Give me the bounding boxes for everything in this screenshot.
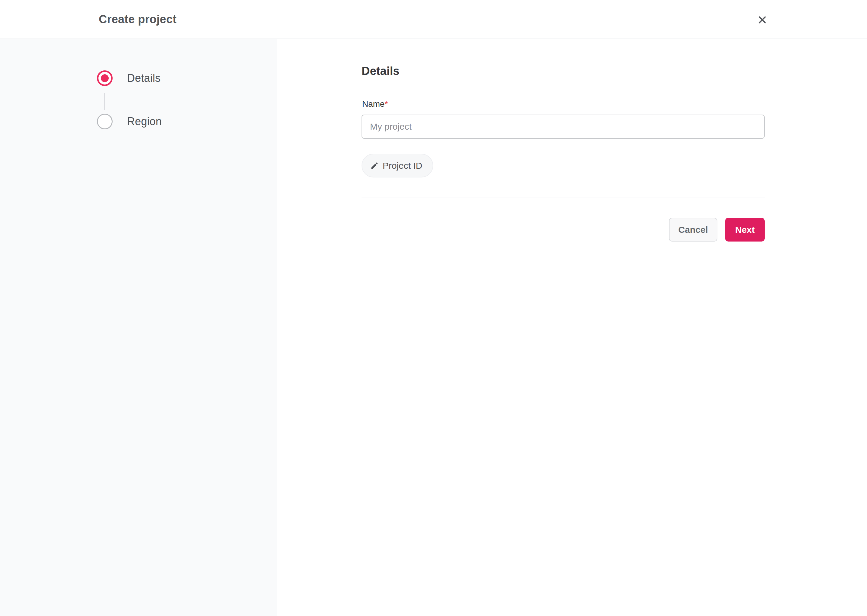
- form-divider: [361, 198, 765, 198]
- project-name-input[interactable]: [361, 115, 765, 139]
- radio-active-icon: [97, 71, 113, 86]
- step-label: Details: [127, 72, 161, 85]
- project-id-button[interactable]: Project ID: [361, 154, 433, 178]
- stepper-item-details[interactable]: Details: [97, 71, 161, 86]
- dialog-header: Create project: [0, 0, 867, 39]
- dialog-title: Create project: [99, 0, 177, 39]
- close-button[interactable]: [754, 12, 770, 28]
- step-label: Region: [127, 115, 162, 128]
- name-field-label: Name*: [362, 99, 388, 109]
- cancel-button[interactable]: Cancel: [669, 218, 717, 242]
- stepper-connector-line: [104, 93, 105, 110]
- project-id-label: Project ID: [383, 160, 422, 171]
- radio-inactive-icon: [97, 114, 113, 129]
- close-icon: [757, 14, 768, 25]
- wizard-sidebar: Details Region: [0, 39, 277, 616]
- dialog-actions: Cancel Next: [361, 218, 765, 242]
- next-button[interactable]: Next: [725, 218, 765, 242]
- section-heading: Details: [361, 64, 399, 78]
- pencil-edit-icon: [370, 162, 379, 170]
- required-asterisk: *: [385, 99, 388, 108]
- stepper-item-region[interactable]: Region: [97, 114, 162, 129]
